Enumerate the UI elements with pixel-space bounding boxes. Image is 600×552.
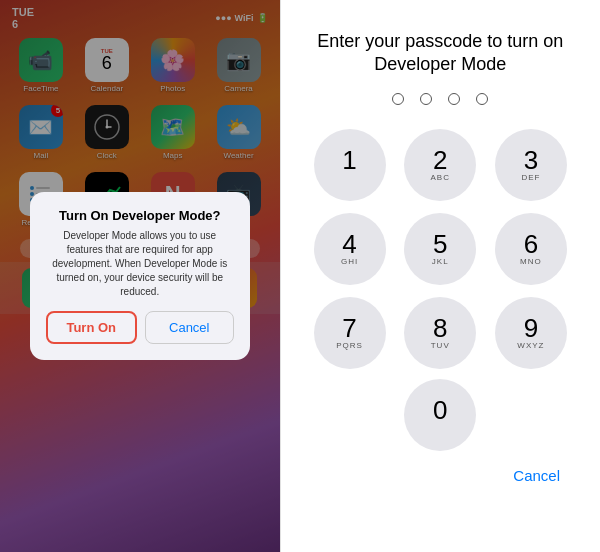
modal-buttons: Turn On Cancel xyxy=(46,311,234,344)
key-4-letters: GHI xyxy=(341,257,358,267)
key-5-letters: JKL xyxy=(432,257,449,267)
key-5[interactable]: 5 JKL xyxy=(404,213,476,285)
key-3-letters: DEF xyxy=(521,173,540,183)
dot-3 xyxy=(448,93,460,105)
key-8[interactable]: 8 TUV xyxy=(404,297,476,369)
phone-screen: TUE6 ●●● WiFi 🔋 📹 FaceTime TUE 6 Calenda… xyxy=(0,0,280,552)
key-6-letters: MNO xyxy=(520,257,542,267)
key-6-number: 6 xyxy=(524,231,538,257)
key-3[interactable]: 3 DEF xyxy=(495,129,567,201)
dot-2 xyxy=(420,93,432,105)
key-0[interactable]: 0 xyxy=(404,379,476,451)
key-7-letters: PQRS xyxy=(336,341,363,351)
key-9-letters: WXYZ xyxy=(517,341,544,351)
key-zero-row: 0 xyxy=(310,379,570,451)
dot-4 xyxy=(476,93,488,105)
modal-title: Turn On Developer Mode? xyxy=(46,208,234,223)
key-5-number: 5 xyxy=(433,231,447,257)
key-2[interactable]: 2 ABC xyxy=(404,129,476,201)
key-2-number: 2 xyxy=(433,147,447,173)
key-6[interactable]: 6 MNO xyxy=(495,213,567,285)
turn-on-button[interactable]: Turn On xyxy=(46,311,137,344)
modal-overlay: Turn On Developer Mode? Developer Mode a… xyxy=(0,0,280,552)
cancel-passcode-button[interactable]: Cancel xyxy=(493,459,580,492)
key-4-number: 4 xyxy=(342,231,356,257)
key-0-number: 0 xyxy=(433,397,447,423)
key-3-number: 3 xyxy=(524,147,538,173)
key-1-number: 1 xyxy=(342,147,356,173)
passcode-title: Enter your passcode to turn onDeveloper … xyxy=(317,30,563,77)
key-9-number: 9 xyxy=(524,315,538,341)
key-8-letters: TUV xyxy=(431,341,450,351)
dot-1 xyxy=(392,93,404,105)
passcode-dots xyxy=(392,93,488,105)
key-7-number: 7 xyxy=(342,315,356,341)
modal-body: Developer Mode allows you to use feature… xyxy=(46,229,234,299)
modal-dialog: Turn On Developer Mode? Developer Mode a… xyxy=(30,192,250,360)
key-4[interactable]: 4 GHI xyxy=(314,213,386,285)
keypad: 1 2 ABC 3 DEF 4 GHI 5 JKL 6 MNO 7 xyxy=(310,129,570,369)
cancel-modal-button[interactable]: Cancel xyxy=(145,311,234,344)
passcode-panel: Enter your passcode to turn onDeveloper … xyxy=(281,0,601,552)
key-8-number: 8 xyxy=(433,315,447,341)
key-9[interactable]: 9 WXYZ xyxy=(495,297,567,369)
key-1[interactable]: 1 xyxy=(314,129,386,201)
key-2-letters: ABC xyxy=(431,173,450,183)
key-7[interactable]: 7 PQRS xyxy=(314,297,386,369)
